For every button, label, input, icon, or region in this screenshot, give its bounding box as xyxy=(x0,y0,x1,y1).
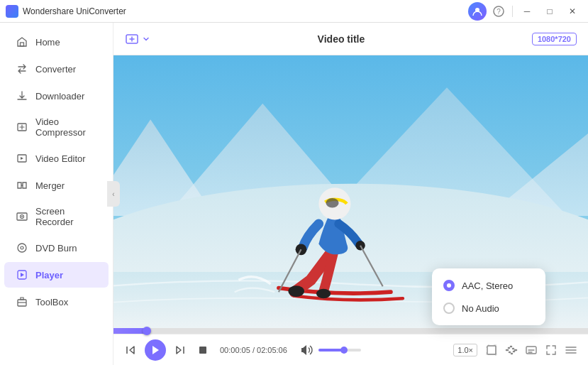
sidebar-item-screen-recorder[interactable]: Screen Recorder xyxy=(4,200,109,234)
svg-point-21 xyxy=(288,285,304,297)
sidebar-label-video-compressor: Video Compressor xyxy=(35,116,97,138)
dvd-burn-icon xyxy=(16,241,28,254)
progress-bar[interactable] xyxy=(113,328,588,334)
sidebar-item-converter[interactable]: Converter xyxy=(4,56,109,82)
sidebar-label-player: Player xyxy=(35,270,63,280)
sidebar-item-dvd-burn[interactable]: DVD Burn xyxy=(4,235,109,261)
radio-aac-stereo xyxy=(443,280,455,291)
svg-rect-30 xyxy=(487,346,496,354)
play-button[interactable] xyxy=(145,339,166,361)
sidebar-label-merger: Merger xyxy=(35,180,65,191)
radio-no-audio xyxy=(443,303,455,314)
sidebar-label-dvd-burn: DVD Burn xyxy=(35,243,77,254)
minimize-button[interactable]: ─ xyxy=(517,4,537,18)
title-bar-right: ? ─ □ ✕ xyxy=(468,2,582,21)
sidebar-label-toolbox: ToolBox xyxy=(35,297,68,307)
progress-thumb xyxy=(143,327,151,335)
sidebar-item-video-editor[interactable]: Video Editor xyxy=(4,146,109,171)
sidebar-item-home[interactable]: Home xyxy=(4,29,109,55)
volume-area xyxy=(299,342,361,359)
title-bar-left: Wondershare UniConverter xyxy=(6,5,126,18)
volume-slider[interactable] xyxy=(318,349,361,352)
toolbox-icon xyxy=(16,295,28,308)
home-icon xyxy=(16,36,28,48)
sidebar-label-home: Home xyxy=(35,37,60,48)
skip-forward-button[interactable] xyxy=(172,342,189,359)
user-avatar[interactable] xyxy=(468,2,487,21)
speed-selector[interactable]: 1.0× xyxy=(453,344,477,356)
app-logo xyxy=(6,5,18,18)
current-time: 00:00:05 xyxy=(220,346,250,354)
stop-button[interactable] xyxy=(194,342,211,359)
player-icon xyxy=(16,268,28,281)
sidebar-item-video-compressor[interactable]: Video Compressor xyxy=(4,110,109,144)
volume-icon[interactable] xyxy=(299,342,316,359)
controls-bar: 00:00:05 / 02:05:06 1.0× xyxy=(113,334,588,365)
screen-recorder-icon xyxy=(16,210,28,223)
svg-point-22 xyxy=(316,289,331,299)
svg-point-9 xyxy=(18,244,26,252)
resolution-badge: 1080*720 xyxy=(532,33,577,45)
audio-label-no-audio: No Audio xyxy=(462,303,499,314)
svg-rect-29 xyxy=(199,347,206,354)
add-file-button[interactable] xyxy=(125,32,150,46)
svg-point-28 xyxy=(326,198,338,208)
app-title: Wondershare UniConverter xyxy=(23,6,126,16)
svg-point-24 xyxy=(355,241,365,251)
sidebar-item-player[interactable]: Player xyxy=(4,262,109,288)
audio-label-aac-stereo: AAC, Stereo xyxy=(462,280,513,291)
svg-text:?: ? xyxy=(497,8,501,16)
more-options-icon[interactable] xyxy=(562,342,579,359)
title-bar: Wondershare UniConverter ? ─ □ ✕ xyxy=(0,0,588,23)
sidebar-label-converter: Converter xyxy=(35,64,76,75)
svg-rect-3 xyxy=(21,43,24,46)
sidebar-item-merger[interactable]: Merger xyxy=(4,173,109,198)
main-layout: Home Converter Downloader Video Compress… xyxy=(0,23,588,365)
sidebar-item-downloader[interactable]: Downloader xyxy=(4,83,109,109)
volume-thumb xyxy=(340,347,348,354)
subtitles-icon[interactable] xyxy=(523,342,540,359)
audio-option-aac-stereo[interactable]: AAC, Stereo xyxy=(432,274,545,297)
divider xyxy=(512,6,513,17)
video-editor-icon xyxy=(16,152,28,165)
time-display: 00:00:05 / 02:05:06 xyxy=(220,346,287,354)
video-title: Video title xyxy=(318,33,365,45)
audio-dropdown: AAC, Stereo No Audio xyxy=(432,268,545,325)
crop-icon[interactable] xyxy=(483,342,500,359)
sidebar-label-downloader: Downloader xyxy=(35,91,84,102)
sidebar: Home Converter Downloader Video Compress… xyxy=(0,23,113,365)
video-compressor-icon xyxy=(16,121,28,134)
extra-controls xyxy=(483,342,579,359)
top-bar: Video title 1080*720 xyxy=(113,23,588,55)
sidebar-label-screen-recorder: Screen Recorder xyxy=(35,206,97,227)
svg-point-10 xyxy=(21,246,23,249)
fullscreen-icon[interactable] xyxy=(543,342,560,359)
merger-icon xyxy=(16,179,28,192)
downloader-icon xyxy=(16,89,28,102)
audio-option-no-audio[interactable]: No Audio xyxy=(432,297,545,320)
volume-fill xyxy=(318,349,344,352)
help-icon[interactable]: ? xyxy=(489,2,508,21)
skip-back-button[interactable] xyxy=(122,342,139,359)
audio-tracks-icon[interactable] xyxy=(503,342,520,359)
close-button[interactable]: ✕ xyxy=(562,4,582,18)
sidebar-label-video-editor: Video Editor xyxy=(35,153,86,164)
svg-point-8 xyxy=(21,216,23,217)
sidebar-item-toolbox[interactable]: ToolBox xyxy=(4,289,109,315)
total-time: 02:05:06 xyxy=(257,346,287,354)
converter-icon xyxy=(16,62,28,75)
content-area: Video title 1080*720 xyxy=(113,23,588,365)
progress-fill xyxy=(113,328,147,334)
maximize-button[interactable]: □ xyxy=(540,4,560,18)
sidebar-collapse-button[interactable]: ‹ xyxy=(107,181,120,207)
